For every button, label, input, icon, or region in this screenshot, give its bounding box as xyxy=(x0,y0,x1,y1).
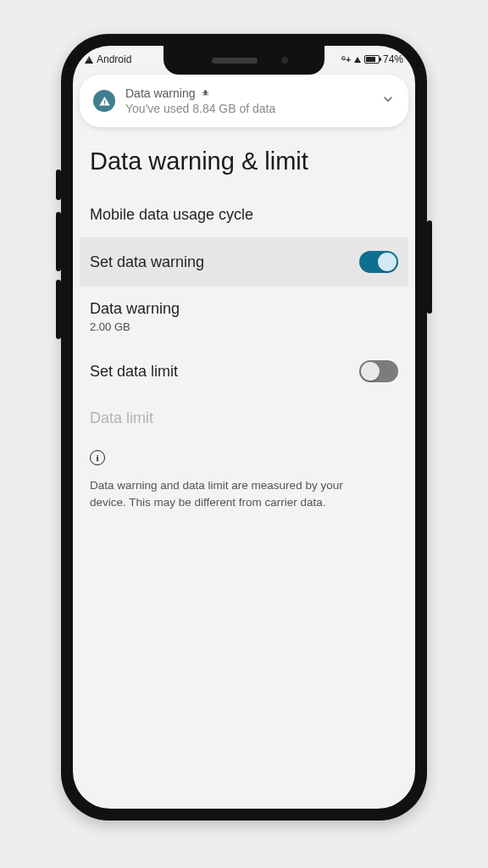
svg-line-4 xyxy=(202,94,204,95)
bug-icon xyxy=(201,86,210,100)
screen: Android ᴳ+ 74% Data warning xyxy=(73,46,415,809)
row-set-data-warning[interactable]: Set data warning xyxy=(80,237,408,287)
row-usage-cycle[interactable]: Mobile data usage cycle xyxy=(80,192,408,237)
front-camera xyxy=(281,57,288,64)
alert-triangle-icon xyxy=(93,90,115,112)
notification-subtitle: You've used 8.84 GB of data xyxy=(125,102,371,115)
mute-switch xyxy=(56,170,61,200)
page-title: Data warning & limit xyxy=(80,127,408,192)
svg-rect-1 xyxy=(204,92,207,96)
data-warning-notification[interactable]: Data warning You've used 8.84 GB of data xyxy=(80,75,408,127)
battery-percent: 74% xyxy=(383,53,403,65)
svg-line-5 xyxy=(206,94,208,95)
set-data-limit-toggle[interactable] xyxy=(359,360,398,382)
power-button xyxy=(427,220,432,314)
set-data-warning-toggle[interactable] xyxy=(359,251,398,273)
info-icon: i xyxy=(90,450,105,465)
volume-up-button xyxy=(56,212,61,271)
speaker-grille xyxy=(212,58,258,64)
row-data-limit: Data limit xyxy=(80,396,408,441)
set-data-limit-label: Set data limit xyxy=(90,363,178,381)
battery-icon xyxy=(364,55,380,64)
warning-icon xyxy=(85,56,93,64)
volume-down-button xyxy=(56,280,61,339)
info-text: Data warning and data limit are measured… xyxy=(90,477,378,510)
usage-cycle-label: Mobile data usage cycle xyxy=(90,206,253,224)
set-data-warning-label: Set data warning xyxy=(90,253,204,271)
network-badge: ᴳ+ xyxy=(341,55,351,64)
row-data-warning[interactable]: Data warning 2.00 GB xyxy=(80,287,408,347)
chevron-down-icon[interactable] xyxy=(381,92,395,109)
notch xyxy=(164,46,324,75)
data-limit-label: Data limit xyxy=(90,409,153,427)
notification-title: Data warning xyxy=(125,86,196,100)
row-set-data-limit[interactable]: Set data limit xyxy=(80,347,408,396)
data-warning-value: 2.00 GB xyxy=(90,320,180,333)
phone-frame: Android ᴳ+ 74% Data warning xyxy=(61,34,427,821)
status-os-label: Android xyxy=(97,53,131,65)
signal-icon xyxy=(354,57,361,63)
data-warning-label: Data warning xyxy=(90,300,180,318)
